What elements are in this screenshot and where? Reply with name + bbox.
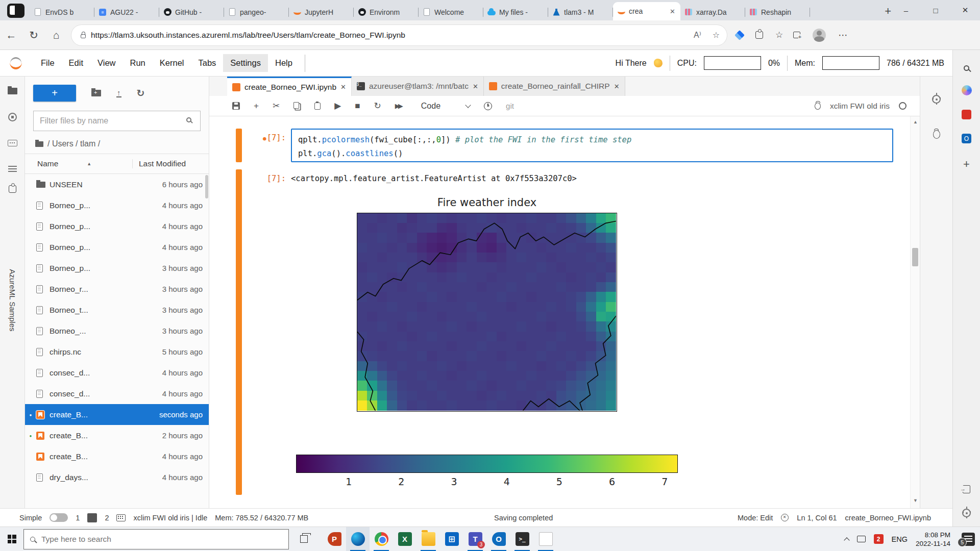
debugger-bug-icon[interactable] — [815, 103, 821, 110]
copy-cell-icon[interactable] — [293, 102, 299, 109]
taskbar-clock[interactable]: 8:08 PM 2022-11-14 — [916, 531, 950, 548]
file-row[interactable]: UNSEEN 6 hours ago — [25, 174, 209, 195]
notebook-scrollbar[interactable]: ▲ ▼ — [910, 116, 920, 508]
url-text[interactable]: https://tlam3.uksouth.instances.azureml.… — [91, 31, 682, 40]
file-row[interactable]: create_B... 2 hours ago — [25, 425, 209, 446]
new-launcher-button[interactable]: + — [33, 85, 76, 102]
browser-tab[interactable]: xarray.Da — [680, 4, 745, 20]
taskbar-app[interactable] — [534, 527, 557, 551]
run-all-icon[interactable]: ▶▶ — [395, 102, 401, 110]
browser-tab[interactable]: JupyterH — [289, 4, 354, 20]
sidebar-app-red-icon[interactable] — [962, 110, 971, 119]
document-tab[interactable]: azureuser@tlam3: /mnt/batc ✕ — [352, 77, 484, 96]
taskbar-app[interactable]: X — [393, 527, 416, 551]
taskbar-search-input[interactable] — [41, 535, 282, 544]
file-row[interactable]: Borneo_r... 3 hours ago — [25, 279, 209, 299]
cell-type-dropdown[interactable]: Code — [421, 102, 470, 111]
output-collapser[interactable] — [236, 169, 242, 495]
profile-avatar[interactable] — [813, 29, 826, 42]
file-row[interactable]: Borneo_p... 4 hours ago — [25, 195, 209, 216]
azureml-samples-tab[interactable]: AzureML Samples — [8, 269, 17, 332]
kernel-sessions-icon[interactable] — [116, 514, 126, 521]
browser-tab[interactable]: GitHub - — [159, 4, 224, 20]
breadcrumb[interactable]: / Users / tlam / — [25, 131, 209, 154]
collections-icon[interactable] — [793, 32, 800, 38]
git-label[interactable]: git — [506, 102, 514, 110]
file-row[interactable]: dry_days... 4 hours ago — [25, 467, 209, 488]
browser-tab[interactable]: AGU22 - — [94, 4, 159, 20]
scroll-up-icon[interactable]: ▲ — [913, 119, 918, 124]
menu-item[interactable]: Kernel — [153, 54, 191, 72]
tray-badge-icon[interactable]: 2 — [874, 534, 884, 544]
copilot-icon[interactable] — [962, 85, 972, 95]
file-row[interactable]: Borneo_p... 3 hours ago — [25, 258, 209, 279]
taskbar-app[interactable] — [416, 527, 440, 551]
workspaces-icon[interactable] — [7, 4, 24, 18]
home-icon[interactable]: ⌂ — [45, 29, 67, 41]
menu-item[interactable]: Help — [268, 54, 300, 72]
menu-item[interactable]: File — [34, 54, 62, 72]
editor-mode[interactable]: Mode: Edit — [738, 514, 773, 522]
file-row[interactable]: create_B... seconds ago — [25, 404, 209, 425]
browser-menu-icon[interactable]: ⋯ — [838, 30, 848, 41]
document-tab[interactable]: create_Borneo_FWI.ipynb ✕ — [227, 77, 352, 96]
sidebar-outlook-icon[interactable]: O — [962, 134, 971, 143]
sidebar-panel-icon[interactable] — [963, 485, 970, 493]
language-indicator[interactable]: ENG — [892, 535, 908, 543]
breadcrumb-folder-icon[interactable] — [35, 141, 43, 147]
debugger-panel-icon[interactable] — [933, 130, 940, 139]
stop-kernel-icon[interactable]: ■ — [355, 101, 360, 111]
maximize-button[interactable]: □ — [921, 0, 950, 20]
column-last-modified[interactable]: Last Modified — [132, 159, 209, 168]
sidebar-add-icon[interactable]: + — [963, 158, 970, 171]
kernel-name[interactable]: xclim FWI old iris — [830, 102, 890, 111]
close-button[interactable]: ✕ — [950, 0, 980, 20]
favorites-icon[interactable]: ☆ — [775, 30, 783, 40]
scrollbar-thumb[interactable] — [912, 248, 918, 266]
extension-manager-icon[interactable] — [9, 185, 16, 193]
document-tab[interactable]: create_Borneo_rainfall_CHIRP ✕ — [484, 77, 625, 96]
taskbar-search[interactable] — [23, 529, 289, 549]
history-clock-icon[interactable] — [484, 102, 492, 110]
menu-item[interactable]: View — [90, 54, 122, 72]
browser-tab[interactable]: tlam3 - M — [548, 4, 613, 20]
add-favorite-icon[interactable]: ☆ — [713, 30, 720, 40]
table-of-contents-icon[interactable] — [8, 166, 17, 167]
taskbar-app[interactable]: P — [323, 527, 346, 551]
menu-item[interactable]: Run — [123, 54, 153, 72]
property-inspector-icon[interactable] — [932, 95, 941, 104]
menu-item[interactable]: Edit — [62, 54, 90, 72]
cell-collapser[interactable] — [236, 129, 242, 162]
refresh-files-icon[interactable]: ↻ — [137, 87, 145, 99]
file-row[interactable]: Borneo_t... 3 hours ago — [25, 299, 209, 320]
cut-cell-icon[interactable]: ✂ — [273, 101, 280, 111]
code-editor[interactable]: qplt.pcolormesh(fwi_cube[:,:,0]) # plot … — [291, 129, 893, 162]
file-list-scrollbar[interactable] — [205, 175, 208, 198]
extensions-icon[interactable] — [755, 31, 763, 39]
file-row[interactable]: create_B... 4 hours ago — [25, 446, 209, 467]
menu-item[interactable]: Settings — [223, 54, 268, 72]
running-sessions-icon[interactable] — [8, 113, 17, 121]
extension-diamond-icon[interactable] — [734, 30, 745, 40]
add-cell-icon[interactable]: + — [254, 101, 259, 111]
save-icon[interactable] — [232, 102, 240, 110]
lock-icon[interactable] — [81, 34, 86, 38]
browser-tab-close-icon[interactable]: ✕ — [669, 8, 676, 15]
start-button[interactable] — [0, 535, 23, 543]
task-view-button[interactable] — [292, 535, 315, 543]
browser-tab[interactable]: Welcome — [419, 4, 483, 20]
new-folder-icon[interactable] — [91, 90, 101, 96]
tray-expand-icon[interactable] — [844, 537, 849, 543]
read-aloud-icon[interactable]: A⁾ — [694, 30, 701, 40]
menu-item[interactable]: Tabs — [191, 54, 223, 72]
file-row[interactable]: consec_d... 4 hours ago — [25, 383, 209, 404]
back-icon[interactable]: ← — [0, 29, 22, 41]
upload-icon[interactable]: ↑ — [116, 89, 121, 97]
file-row[interactable]: Borneo_p... 4 hours ago — [25, 237, 209, 258]
browser-tab[interactable]: pangeo- — [224, 4, 289, 20]
taskbar-app[interactable]: >_ — [510, 527, 534, 551]
run-cell-icon[interactable]: ▶ — [334, 101, 341, 111]
taskbar-app[interactable]: T 3 — [463, 527, 487, 551]
paste-cell-icon[interactable] — [314, 103, 321, 110]
action-center-icon[interactable]: 5 — [962, 533, 975, 546]
